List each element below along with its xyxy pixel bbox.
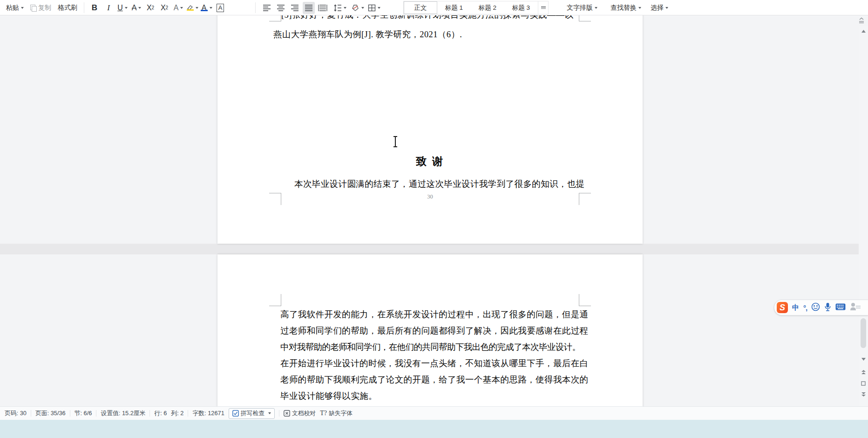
subscript-button[interactable]: X2	[158, 2, 170, 14]
page-30[interactable]: [5]张妤妤，夏竹成．大学生创新训练计划项目实施方法的探索与实践——以 燕山大学…	[217, 15, 643, 244]
borders-icon	[368, 4, 376, 12]
text-effects-button[interactable]: A	[172, 2, 184, 14]
text-layout-button[interactable]: 文字排版	[563, 2, 601, 14]
status-line: 行: 6	[154, 410, 167, 417]
clipboard-group: 粘贴 复制 格式刷	[3, 0, 81, 15]
chevron-down-icon	[21, 7, 24, 9]
superscript-glyph: X	[147, 4, 152, 12]
line-spacing-button[interactable]	[333, 2, 346, 14]
format-painter-label: 格式刷	[58, 4, 77, 12]
ime-voice-icon[interactable]	[824, 302, 831, 313]
body-line[interactable]: 高了我软件开发的能力，在系统开发设计的过程中，出现了很多的问题，但是通	[280, 308, 589, 320]
missing-font-button[interactable]: T? 缺失字体	[320, 410, 353, 417]
status-word-count[interactable]: 字数: 12671	[192, 410, 224, 417]
editing-group: 文字排版 查找替换 选择	[563, 0, 671, 15]
ime-logo-icon[interactable]: S	[777, 302, 788, 313]
subscript-glyph: X	[161, 4, 166, 12]
superscript-digit: 2	[152, 5, 155, 10]
body-line[interactable]: 过老师和同学们的帮助，最后所有的问题都得到了解决，因此我要感谢在此过程	[280, 325, 589, 336]
collapse-ribbon-icon[interactable]	[857, 17, 867, 25]
justify-icon	[305, 4, 313, 11]
chevron-down-icon	[665, 7, 668, 9]
status-setting-value: 设置值: 15.2厘米	[101, 410, 145, 417]
body-line[interactable]: 毕业设计能够得以实施。	[280, 390, 377, 402]
chevron-down-icon	[268, 412, 271, 414]
select-browse-object-button[interactable]	[859, 381, 868, 386]
chevron-down-icon	[180, 7, 183, 9]
find-replace-label: 查找替换	[610, 4, 637, 12]
page-31[interactable]: 高了我软件开发的能力，在系统开发设计的过程中，出现了很多的问题，但是通 过老师和…	[217, 254, 643, 406]
ime-toolbar[interactable]: S 中 °,	[774, 300, 868, 315]
align-center-button[interactable]	[275, 2, 287, 14]
margin-mark	[579, 15, 591, 21]
vertical-scrollbar[interactable]	[859, 26, 868, 406]
status-pages: 页面: 35/36	[35, 410, 66, 417]
line-spacing-icon	[333, 4, 342, 12]
status-bar: 页码: 30 页面: 35/36 节: 6/6 设置值: 15.2厘米 行: 6…	[0, 406, 868, 420]
body-line[interactable]: 本次毕业设计圆满的结束了，通过这次毕业设计我学到了很多的知识，也提	[294, 178, 585, 190]
italic-button[interactable]: I	[102, 2, 115, 14]
copy-button[interactable]: 复制	[27, 2, 54, 14]
body-line[interactable]: 在开始进行毕业设计的时候，我没有一点头绪，不知道该从哪里下手，最后在白	[280, 357, 589, 369]
body-line[interactable]: 中对我帮助的老师和同学们，在他们的共同帮助下我出色的完成了本次毕业设计。	[280, 341, 580, 353]
section-title[interactable]: 致 谢	[217, 154, 643, 169]
italic-glyph: I	[107, 3, 110, 13]
spell-check-button[interactable]: 拼写检查	[229, 408, 275, 419]
body-line[interactable]: 老师的帮助下我顺利完成了论文的开题，给了我一个基本的思路，使得我本次的	[280, 374, 589, 385]
subscript-digit: 2	[166, 5, 169, 10]
status-left: 页码: 30 页面: 35/36 节: 6/6 设置值: 15.2厘米 行: 6…	[0, 408, 353, 419]
distribute-button[interactable]	[317, 2, 329, 14]
character-border-button[interactable]: A	[214, 2, 226, 14]
shading-icon	[351, 4, 359, 12]
margin-mark	[269, 193, 281, 205]
copy-label: 复制	[38, 4, 51, 12]
margin-mark	[269, 294, 281, 306]
ime-emoji-icon[interactable]	[811, 302, 820, 313]
next-page-button[interactable]	[859, 392, 868, 397]
scroll-up-button[interactable]	[859, 29, 868, 33]
document-proofing-button[interactable]: 文档校对	[284, 410, 316, 417]
chevron-down-icon	[378, 7, 380, 9]
shading-button[interactable]	[351, 2, 364, 14]
underline-button[interactable]: U	[116, 2, 129, 14]
align-right-button[interactable]	[289, 2, 301, 14]
page-gap	[0, 244, 868, 254]
find-replace-button[interactable]: 查找替换	[607, 2, 644, 14]
text-effects-glyph: A	[174, 4, 179, 12]
style-heading1[interactable]: 标题 1	[437, 1, 471, 14]
ime-keyboard-icon[interactable]	[835, 303, 846, 312]
highlight-color-button[interactable]	[186, 2, 198, 14]
style-heading2-label: 标题 2	[479, 4, 496, 12]
ribbon-toolbar: 粘贴 复制 格式刷 B I U A X2 X2 A A	[0, 0, 868, 15]
font-color-button[interactable]: A	[200, 2, 212, 14]
chevron-down-icon	[125, 7, 128, 9]
status-page-code: 页码: 30	[5, 410, 27, 417]
align-center-icon	[277, 4, 285, 11]
justify-button[interactable]	[303, 2, 315, 14]
bold-button[interactable]: B	[88, 2, 101, 14]
underline-glyph: U	[117, 4, 123, 12]
scrollbar-thumb[interactable]	[861, 318, 866, 348]
style-heading2[interactable]: 标题 2	[471, 1, 504, 14]
ime-mode-toggle[interactable]: 中	[792, 303, 799, 312]
previous-page-button[interactable]	[859, 370, 868, 375]
reference-line[interactable]: 燕山大学燕翔车队为例[J]. 教学研究，2021（6）.	[273, 28, 462, 40]
align-left-button[interactable]	[261, 2, 273, 14]
format-painter-button[interactable]: 格式刷	[54, 2, 81, 14]
style-gallery-more-button[interactable]	[538, 1, 548, 14]
missing-font-label: 缺失字体	[329, 410, 353, 417]
style-normal[interactable]: 正文	[404, 1, 437, 14]
document-area: [5]张妤妤，夏竹成．大学生创新训练计划项目实施方法的探索与实践——以 燕山大学…	[0, 15, 868, 406]
strikethrough-button[interactable]: A	[130, 2, 142, 14]
ime-punctuation-toggle[interactable]: °,	[803, 304, 807, 312]
reference-line-clipped[interactable]: [5]张妤妤，夏竹成．大学生创新训练计划项目实施方法的探索与实践——以	[281, 15, 574, 21]
toolbar-separator	[84, 2, 84, 13]
paste-button[interactable]: 粘贴	[3, 2, 27, 14]
ime-account-icon[interactable]	[850, 302, 861, 313]
select-button[interactable]: 选择	[647, 2, 671, 14]
superscript-button[interactable]: X2	[144, 2, 156, 14]
style-heading3[interactable]: 标题 3	[504, 1, 538, 14]
borders-button[interactable]	[368, 2, 380, 14]
chevron-down-icon	[138, 7, 141, 9]
scroll-down-button[interactable]	[859, 357, 868, 361]
